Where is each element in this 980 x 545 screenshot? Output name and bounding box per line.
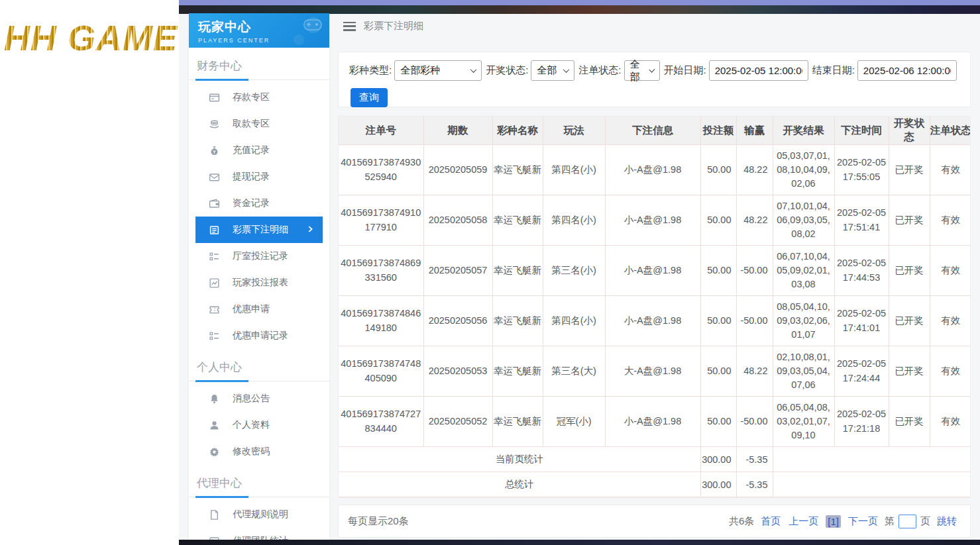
sidebar-item[interactable]: 代理规则说明 [189, 501, 329, 528]
bell-icon [209, 393, 220, 405]
list-icon [209, 251, 220, 262]
cell-draw_status: 已开奖 [889, 195, 930, 246]
cell-time: 2025-02-05 17:55:05 [834, 145, 889, 195]
sidebar-item[interactable]: 玩家投注报表 [189, 270, 329, 296]
order-status-select[interactable]: 全部 [624, 60, 660, 81]
sidebar-item[interactable]: 彩票下注明细 [195, 217, 323, 243]
cell-order_status: 有效 [930, 397, 971, 447]
col-lottery: 彩种名称 [492, 117, 543, 145]
summary-row: 当前页统计300.00-5.35 [339, 447, 971, 472]
page-jump-input[interactable] [898, 515, 916, 528]
cell-winloss: 48.22 [736, 346, 773, 397]
site-logo: HH GAME [4, 17, 178, 58]
start-date-input[interactable] [709, 60, 808, 81]
idcard-icon [209, 536, 220, 540]
sidebar-item[interactable]: 修改密码 [189, 438, 329, 465]
sidebar-item[interactable]: 提现记录 [189, 164, 329, 190]
cell-period: 20250205057 [423, 246, 492, 296]
end-date-input[interactable] [857, 60, 957, 81]
sidebar-item-label: 优惠申请记录 [233, 330, 288, 342]
sidebar-item-label: 存款专区 [233, 91, 270, 103]
summary-winloss-total: -5.35 [736, 447, 773, 472]
draw-status-select[interactable]: 全部 [531, 60, 574, 81]
order-status-value: 全部 [630, 58, 646, 83]
cell-result: 07,10,01,04,06,09,03,05,08,02 [773, 195, 834, 246]
cell-time: 2025-02-05 17:24:44 [834, 346, 889, 397]
col-order-status: 注单状态 [930, 117, 971, 145]
sidebar-item[interactable]: 消息公告 [189, 385, 329, 412]
moneybag-icon [209, 145, 220, 156]
cell-bet_info: 小-A盘@1.98 [605, 145, 700, 195]
cell-time: 2025-02-05 17:44:53 [834, 246, 889, 296]
col-order-no: 注单号 [339, 117, 423, 145]
sidebar-item-label: 优惠申请 [233, 303, 270, 315]
cell-winloss: 48.22 [736, 195, 773, 246]
top-periwinkle-strip [179, 0, 980, 5]
sidebar-item-label: 玩家投注报表 [233, 277, 288, 289]
cell-draw_status: 已开奖 [889, 397, 930, 447]
cell-play: 第三名(大) [543, 346, 605, 397]
cell-result: 06,05,04,08,03,02,01,07,09,10 [773, 397, 834, 447]
sidebar-item[interactable]: 充值记录 [189, 137, 329, 164]
cell-order_no: 401569173874727834440 [339, 397, 423, 447]
sidebar-header: 玩家中心 PLAYERS CENTER [189, 13, 329, 48]
first-page-link[interactable]: 首页 [761, 515, 781, 528]
cell-order_no: 401569173874748405090 [339, 346, 423, 397]
ledger-icon [209, 224, 220, 236]
cell-play: 第三名(小) [543, 246, 605, 296]
cell-order_no: 401569173874846149180 [339, 296, 423, 346]
gear-icon [209, 446, 220, 458]
pagination-bar: 每页显示20条 共6条 首页 上一页 [1] 下一页 第 页 跳转 [338, 505, 971, 538]
sidebar-item[interactable]: 厅室投注记录 [189, 243, 329, 270]
prev-page-link[interactable]: 上一页 [789, 515, 818, 528]
sidebar-item[interactable]: 资金记录 [189, 190, 329, 217]
wallet-icon [209, 198, 220, 209]
lottery-type-select[interactable]: 全部彩种 [394, 60, 482, 81]
jump-button[interactable]: 跳转 [937, 515, 957, 528]
sidebar-item[interactable]: 个人资料 [189, 412, 329, 438]
cell-order_no: 401569173874910177910 [339, 195, 423, 246]
bets-table-card: 注单号 期数 彩种名称 玩法 下注信息 投注额 输赢 开奖结果 下注时间 开奖状… [338, 116, 971, 498]
summary-bet-total: 300.00 [700, 447, 736, 472]
lottery-type-value: 全部彩种 [400, 64, 440, 77]
sidebar-item-label: 代理规则说明 [233, 509, 288, 520]
cell-bet_info: 小-A盘@1.98 [605, 397, 700, 447]
cell-period: 20250205053 [423, 346, 492, 397]
sidebar-item[interactable]: 代理团队统计 [189, 528, 329, 540]
cell-amount: 50.00 [700, 346, 736, 397]
jump-suffix-text: 页 [920, 515, 930, 528]
sidebar-item[interactable]: 取款专区 [189, 111, 329, 137]
query-button[interactable]: 查询 [351, 88, 388, 107]
current-page-badge[interactable]: [1] [826, 515, 841, 528]
sidebar-item[interactable]: 优惠申请记录 [189, 322, 329, 349]
table-header-row: 注单号 期数 彩种名称 玩法 下注信息 投注额 输赢 开奖结果 下注时间 开奖状… [339, 117, 971, 145]
sidebar-sections: 财务中心存款专区取款专区充值记录提现记录资金记录彩票下注明细厅室投注记录玩家投注… [189, 48, 329, 540]
cell-result: 02,10,08,01,09,03,05,04,07,06 [773, 346, 834, 397]
sidebar-item[interactable]: 优惠申请 [189, 296, 329, 322]
hamburger-menu-icon[interactable] [343, 22, 356, 31]
cell-order_no: 401569173874869331560 [339, 246, 423, 296]
cell-period: 20250205052 [423, 397, 492, 447]
cell-amount: 50.00 [700, 195, 736, 246]
table-row: 40156917387484614918020250205056幸运飞艇新第四名… [339, 296, 971, 346]
sidebar-section: 个人中心消息公告个人资料修改密码 [189, 349, 329, 465]
cell-winloss: -50.00 [736, 397, 773, 447]
summary-label: 当前页统计 [339, 447, 700, 472]
cell-period: 20250205059 [423, 145, 492, 195]
sidebar-item[interactable]: 存款专区 [189, 84, 329, 111]
sidebar-item-label: 厅室投注记录 [233, 250, 288, 262]
summary-empty-cell [773, 472, 971, 497]
sidebar: 玩家中心 PLAYERS CENTER 财务中心存款专区取款专区充值记录提现记录… [189, 13, 329, 540]
table-row: 40156917387491017791020250205058幸运飞艇新第四名… [339, 195, 971, 246]
table-row: 40156917387486933156020250205057幸运飞艇新第三名… [339, 246, 971, 296]
game-controller-icon [284, 16, 325, 48]
cell-order_no: 401569173874930525940 [339, 145, 423, 195]
sidebar-item-label: 代理团队统计 [233, 535, 288, 540]
chevron-down-icon [649, 67, 655, 73]
col-draw-status: 开奖状态 [889, 117, 930, 145]
page-title: 彩票下注明细 [364, 20, 423, 32]
next-page-link[interactable]: 下一页 [848, 515, 878, 528]
chevron-down-icon [470, 66, 477, 73]
document-icon [209, 509, 220, 520]
col-play: 玩法 [543, 117, 605, 145]
